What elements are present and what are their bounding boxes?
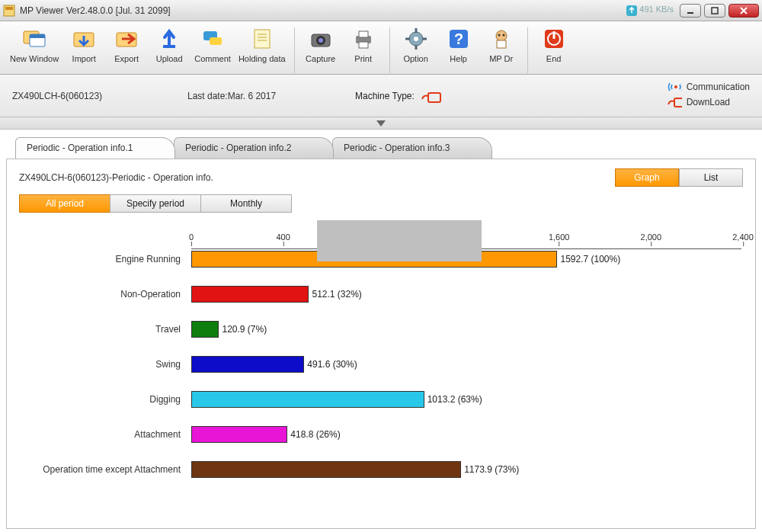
all-period-button[interactable]: All period: [19, 194, 110, 213]
svg-rect-14: [210, 37, 222, 45]
panel-title: ZX490LCH-6(060123)-Periodic - Operation …: [19, 172, 615, 183]
power-icon: [542, 27, 566, 51]
view-toggle: Graph List: [615, 168, 743, 187]
download-icon: [667, 97, 682, 107]
bar-value-label: 1592.7 (100%): [560, 254, 620, 264]
bar-value-label: 120.9 (7%): [222, 324, 267, 335]
tab-operation-info-2[interactable]: Periodic - Operation info.2: [174, 137, 334, 159]
bar: [191, 286, 309, 303]
bar-category-label: Travel: [5, 324, 181, 335]
collapse-divider[interactable]: [0, 117, 762, 130]
close-button[interactable]: [728, 4, 759, 18]
capture-button[interactable]: Capture: [299, 24, 342, 66]
svg-rect-24: [359, 42, 368, 48]
option-button[interactable]: Option: [395, 24, 437, 66]
bar-category-label: Non-Operation: [5, 289, 181, 300]
bar: [191, 426, 287, 443]
occluded-region: [317, 220, 482, 261]
upload-icon: [157, 27, 181, 51]
svg-rect-4: [712, 8, 718, 14]
bar: [191, 391, 424, 408]
svg-point-35: [498, 34, 500, 37]
svg-point-26: [414, 37, 418, 41]
print-icon: [351, 27, 376, 51]
bar: [191, 461, 461, 478]
axis-tick: 1,600: [549, 232, 570, 242]
axis-tick: 0: [189, 232, 194, 242]
svg-rect-12: [163, 45, 175, 48]
list-button[interactable]: List: [679, 168, 743, 187]
svg-rect-9: [30, 34, 45, 38]
bar-value-label: 418.8 (26%): [290, 429, 340, 440]
svg-rect-34: [497, 40, 506, 48]
svg-rect-42: [674, 98, 682, 107]
help-button[interactable]: ? Help: [437, 24, 480, 66]
bar-value-label: 1173.9 (73%): [464, 464, 519, 475]
main-toolbar: New Window Import Export Upload Comment …: [0, 21, 762, 75]
period-toggle: All period Specify period Monthly: [7, 191, 755, 220]
new-window-button[interactable]: New Window: [6, 24, 62, 66]
tab-strip: Periodic - Operation info.3 Periodic - O…: [0, 137, 762, 159]
titlebar: MP Viewer Ver2.48.0.0 [Jul. 31 2099] 491…: [0, 0, 762, 21]
print-button[interactable]: Print: [342, 24, 385, 66]
mpdr-button[interactable]: MP Dr: [480, 24, 523, 66]
camera-icon: [309, 27, 333, 51]
antenna-icon: [667, 82, 682, 92]
info-bar: ZX490LCH-6(060123) Last date:Mar. 6 2017…: [0, 75, 762, 117]
bar-category-label: Engine Running: [5, 254, 181, 264]
svg-rect-15: [255, 30, 270, 48]
specify-period-button[interactable]: Specify period: [110, 194, 201, 213]
tab-operation-info-3[interactable]: Periodic - Operation info.3: [332, 137, 492, 159]
upload-button[interactable]: Upload: [148, 24, 190, 66]
maximize-button[interactable]: [704, 4, 725, 18]
legend: Communication DownLoad: [667, 79, 750, 110]
content-panel: ZX490LCH-6(060123)-Periodic - Operation …: [6, 159, 756, 529]
graph-button[interactable]: Graph: [615, 168, 679, 187]
bar-category-label: Operation time except Attachment: [5, 464, 181, 475]
last-date-label: Last date:Mar. 6 2017: [187, 91, 355, 101]
help-icon: ?: [447, 27, 471, 51]
export-button[interactable]: Export: [105, 24, 148, 66]
comment-icon: [200, 27, 225, 51]
bar-value-label: 1013.2 (63%): [427, 394, 482, 405]
monthly-button[interactable]: Monthly: [200, 194, 292, 213]
mpdr-icon: [489, 27, 514, 51]
svg-point-36: [502, 34, 504, 37]
svg-point-33: [496, 30, 507, 41]
bar: [191, 356, 304, 373]
operation-chart: 04001,6002,0002,400 Engine Running1592.7…: [16, 220, 746, 510]
svg-rect-23: [359, 31, 368, 37]
svg-rect-40: [428, 93, 440, 102]
chevron-down-icon: [376, 120, 386, 127]
import-button[interactable]: Import: [62, 24, 105, 66]
svg-text:?: ?: [454, 30, 463, 47]
minimize-button[interactable]: [680, 4, 701, 18]
bar-value-label: 491.6 (30%): [307, 359, 357, 370]
holding-data-icon: [250, 27, 274, 51]
holding-data-button[interactable]: Holding data: [235, 24, 290, 66]
machine-type: Machine Type:: [355, 88, 442, 104]
end-button[interactable]: End: [533, 24, 575, 66]
axis-tick: 400: [276, 232, 290, 242]
bar-value-label: 512.1 (32%): [312, 289, 361, 300]
new-window-icon: [22, 27, 46, 51]
bar-category-label: Digging: [5, 394, 181, 405]
bar: [191, 321, 219, 338]
svg-point-21: [319, 38, 323, 43]
machine-icon: [421, 88, 442, 104]
app-icon: [3, 5, 15, 17]
gear-icon: [404, 27, 428, 51]
network-speed: 491 KB/s: [626, 5, 674, 15]
axis-tick: 2,400: [732, 232, 754, 242]
import-icon: [72, 27, 96, 51]
axis-tick: 2,000: [641, 232, 662, 242]
svg-point-41: [674, 85, 677, 88]
svg-rect-1: [5, 7, 13, 10]
bar-category-label: Swing: [5, 359, 181, 370]
tab-operation-info-1[interactable]: Periodic - Operation info.1: [15, 137, 175, 159]
bar-category-label: Attachment: [5, 429, 181, 440]
comment-button[interactable]: Comment: [190, 24, 235, 66]
export-icon: [114, 27, 139, 51]
window-title: MP Viewer Ver2.48.0.0 [Jul. 31 2099]: [20, 5, 171, 16]
model-label: ZX490LCH-6(060123): [12, 91, 187, 101]
